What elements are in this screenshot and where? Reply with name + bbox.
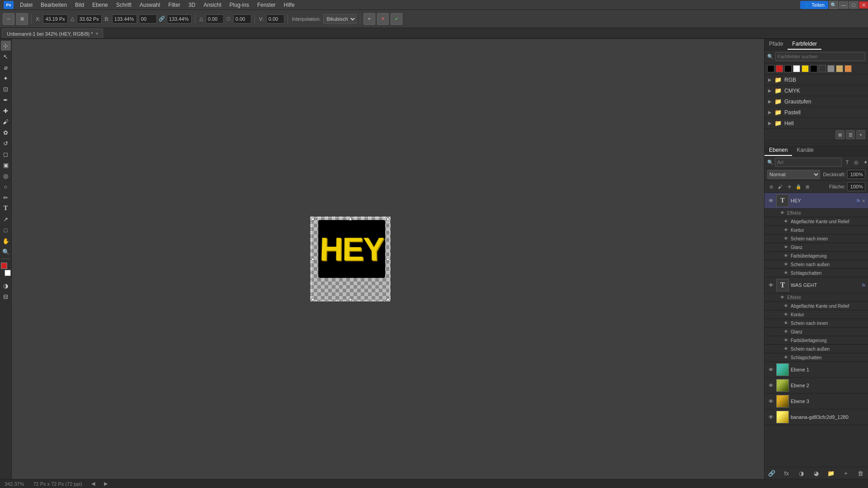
swatch-7[interactable] bbox=[827, 65, 835, 72]
menu-item-filter[interactable]: Filter bbox=[165, 1, 184, 9]
menu-item-datei[interactable]: Datei bbox=[16, 1, 36, 9]
path-select-tool[interactable]: ↗ bbox=[1, 214, 11, 224]
y-input[interactable] bbox=[77, 14, 102, 23]
effect-eye[interactable]: 👁 bbox=[783, 227, 789, 233]
effect-row-was[interactable]: 👁 Effekte bbox=[764, 293, 868, 302]
effect-shadow-was[interactable]: 👁 Schlagschatten bbox=[764, 353, 868, 362]
lock-position-icon[interactable]: ✛ bbox=[785, 183, 793, 191]
new-swatch-btn[interactable]: + bbox=[856, 130, 865, 139]
gradient-tool[interactable]: ▣ bbox=[1, 160, 11, 170]
effect-eye[interactable]: 👁 bbox=[783, 346, 789, 352]
x-input[interactable] bbox=[43, 14, 68, 23]
lock-transparent-icon[interactable]: ⊘ bbox=[767, 183, 775, 191]
effect-eye[interactable]: 👁 bbox=[783, 218, 789, 225]
layer-row-banana[interactable]: 👁 banana-gd83cfc2d9_1280 bbox=[764, 409, 868, 425]
interp-select[interactable]: Bikubisch bbox=[323, 14, 357, 24]
pen-tool[interactable]: ✏ bbox=[1, 192, 11, 202]
menu-item-hilfe[interactable]: Hilfe bbox=[280, 1, 298, 9]
effect-shadow-hey[interactable]: 👁 Schlagschatten bbox=[764, 269, 868, 277]
swatch-0[interactable] bbox=[767, 65, 774, 72]
nav-arrow-left[interactable]: ◀ bbox=[91, 481, 95, 487]
layer-row-e2[interactable]: 👁 Ebene 2 bbox=[764, 378, 868, 394]
effect-eye[interactable]: 👁 bbox=[783, 303, 789, 309]
bg-swatch[interactable] bbox=[5, 270, 11, 276]
color-group-pastell[interactable]: ▶ 📁 Pastell bbox=[764, 107, 868, 118]
menu-item-schrift[interactable]: Schrift bbox=[113, 1, 135, 9]
brush-tool[interactable]: 🖌 bbox=[1, 117, 11, 127]
fill-input[interactable] bbox=[847, 182, 865, 191]
add-mask-btn[interactable]: ◑ bbox=[797, 469, 806, 478]
effect-eye[interactable]: 👁 bbox=[783, 311, 789, 318]
color-group-cmyk[interactable]: ▶ 📁 CMYK bbox=[764, 85, 868, 96]
tab-farbfelder[interactable]: Farbfelder bbox=[788, 39, 821, 50]
type-tool[interactable]: T bbox=[1, 203, 11, 213]
link-layers-btn[interactable]: 🔗 bbox=[767, 469, 776, 478]
h-input[interactable] bbox=[233, 14, 251, 23]
layer-visibility-e3[interactable]: 👁 bbox=[767, 398, 774, 405]
close-button[interactable]: ✕ bbox=[859, 1, 868, 9]
blur-tool[interactable]: ◎ bbox=[1, 171, 11, 181]
layer-visibility-e2[interactable]: 👁 bbox=[767, 382, 774, 389]
add-adjustment-btn[interactable]: ◕ bbox=[811, 469, 821, 478]
screen-mode-btn[interactable]: ⊟ bbox=[1, 291, 11, 301]
effect-eye[interactable]: 👁 bbox=[779, 294, 785, 300]
effect-eye[interactable]: 👁 bbox=[783, 253, 789, 259]
effect-color-overlay-hey[interactable]: 👁 Farbüberlagerung bbox=[764, 252, 868, 260]
layer-visibility-was[interactable]: 👁 bbox=[767, 282, 774, 289]
selection-tool[interactable]: ⊹ bbox=[1, 41, 11, 51]
direct-select-tool[interactable]: ↖ bbox=[1, 52, 11, 61]
effect-eye[interactable]: 👁 bbox=[783, 320, 789, 326]
effect-eye[interactable]: 👁 bbox=[783, 261, 789, 267]
effect-glanz-was[interactable]: 👁 Glanz bbox=[764, 328, 868, 336]
swatch-8[interactable] bbox=[836, 65, 843, 72]
handle-tl[interactable] bbox=[311, 218, 314, 221]
add-layer-btn[interactable]: + bbox=[841, 469, 850, 478]
share-button[interactable]: 👤 Teilen bbox=[800, 1, 828, 9]
handle-tr[interactable] bbox=[387, 218, 389, 221]
fg-swatch[interactable] bbox=[1, 263, 7, 269]
effect-eye[interactable]: 👁 bbox=[783, 235, 789, 242]
layer-delete-hey[interactable]: ✕ bbox=[862, 198, 865, 203]
effect-row[interactable]: 👁 Effekte bbox=[764, 209, 868, 217]
cancel-btn[interactable]: ✕ bbox=[377, 13, 389, 25]
filter-adj-icon[interactable]: ◎ bbox=[852, 158, 860, 166]
swatch-4[interactable] bbox=[802, 65, 809, 72]
opacity-input[interactable] bbox=[847, 170, 865, 179]
percent-input[interactable] bbox=[167, 14, 192, 23]
eraser-tool[interactable]: ◻ bbox=[1, 149, 11, 159]
layer-visibility-hey[interactable]: 👁 bbox=[767, 197, 774, 204]
effect-outer-glow-hey[interactable]: 👁 Schein nach außen bbox=[764, 260, 868, 269]
confirm-btn[interactable]: ✓ bbox=[391, 13, 402, 25]
clone-tool[interactable]: ✿ bbox=[1, 127, 11, 137]
menu-item-3d[interactable]: 3D bbox=[185, 1, 199, 9]
grid-view-btn[interactable]: ⊞ bbox=[835, 130, 844, 139]
effect-eye[interactable]: 👁 bbox=[783, 337, 789, 343]
small-view-btn[interactable]: ☰ bbox=[846, 130, 855, 139]
menu-item-ansicht[interactable]: Ansicht bbox=[200, 1, 225, 9]
tab-kanale[interactable]: Kanäle bbox=[792, 145, 818, 156]
color-group-rgb[interactable]: ▶ 📁 RGB bbox=[764, 75, 868, 85]
effect-inner-glow-hey[interactable]: 👁 Schein nach innen bbox=[764, 235, 868, 243]
effect-color-overlay-was[interactable]: 👁 Farbüberlagerung bbox=[764, 336, 868, 345]
history-brush-tool[interactable]: ↺ bbox=[1, 138, 11, 148]
lock-pixels-icon[interactable]: 🖌 bbox=[776, 183, 784, 191]
layer-row-hey[interactable]: 👁 T HEY fx ✕ bbox=[764, 193, 868, 209]
swatch-search-input[interactable] bbox=[775, 52, 865, 61]
add-group-btn[interactable]: 📁 bbox=[826, 469, 835, 478]
handle-bc[interactable] bbox=[349, 298, 352, 301]
add-style-btn[interactable]: fx bbox=[782, 469, 791, 478]
lasso-tool[interactable]: ⌀ bbox=[1, 62, 11, 72]
layer-visibility-banana[interactable]: 👁 bbox=[767, 413, 774, 421]
magic-wand-tool[interactable]: ✦ bbox=[1, 73, 11, 83]
layer-row-e1[interactable]: 👁 Ebene 1 bbox=[764, 362, 868, 378]
effect-eye[interactable]: 👁 bbox=[783, 270, 789, 276]
menu-item-auswahl[interactable]: Auswahl bbox=[136, 1, 164, 9]
shape-tool[interactable]: □ bbox=[1, 225, 11, 235]
blend-mode-select[interactable]: Normal bbox=[767, 170, 820, 179]
effect-eye[interactable]: 👁 bbox=[783, 328, 789, 335]
swatch-2[interactable] bbox=[784, 65, 792, 72]
zoom-tool[interactable]: 🔍 bbox=[1, 247, 11, 257]
effect-eye[interactable]: 👁 bbox=[779, 210, 785, 216]
layers-search-input[interactable] bbox=[775, 158, 842, 167]
v-input[interactable] bbox=[206, 14, 224, 23]
